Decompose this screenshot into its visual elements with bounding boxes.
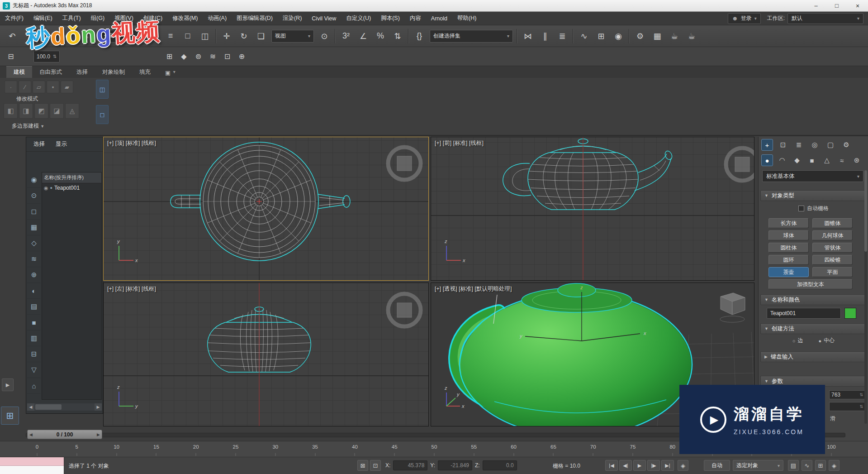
ribbon-tab-2[interactable]: 选择 — [69, 67, 95, 78]
rollout-creation-method[interactable]: ▼ 创建方法 — [760, 323, 865, 334]
ruler-tick-75[interactable]: 75 — [630, 444, 636, 450]
radius-spinner-partial[interactable]: 763 ⇅ — [829, 390, 865, 399]
sort-descending-icon[interactable]: ▽ — [27, 362, 41, 378]
segments-spinner-partial[interactable]: ⇅ — [829, 402, 865, 411]
menu-item-0[interactable]: 文件(F) — [0, 12, 28, 25]
edge-mode-icon[interactable]: ∕ — [19, 81, 31, 93]
snap-toggle-3d-icon[interactable]: 3² — [337, 28, 355, 45]
display-none-icon[interactable]: ⊙ — [27, 188, 41, 204]
viewport-left-label[interactable]: [+] [左] [标准] [线框] — [107, 285, 156, 293]
pin-explorer-icon[interactable]: ⌂ — [27, 378, 41, 394]
minimize-button[interactable]: – — [806, 0, 826, 11]
next-frame-nub[interactable]: ▶ — [97, 432, 100, 437]
viewport-front-label[interactable]: [+] [前] [标准] [线框] — [435, 139, 484, 147]
collapse-list-icon[interactable]: ⊟ — [27, 346, 41, 362]
percent-snap-icon[interactable]: % — [372, 28, 389, 45]
edit-named-selection-sets-icon[interactable]: {} — [411, 28, 428, 45]
viewport-top[interactable]: [+] [顶] [标准] [线框] — [103, 137, 429, 281]
element-mode-icon[interactable]: ▰ — [61, 81, 73, 93]
array-icon[interactable]: ⊞ — [162, 49, 176, 64]
systems-category-icon[interactable]: ⊛ — [851, 154, 863, 166]
ruler-tick-10[interactable]: 10 — [114, 444, 119, 450]
menu-item-13[interactable]: 内容 — [405, 12, 426, 25]
viewport-layout-button[interactable]: ⊞ — [1, 407, 19, 425]
explorer-sort-header[interactable]: 名称(按升序排序) — [42, 172, 101, 183]
menu-item-9[interactable]: 渲染(R) — [278, 12, 307, 25]
poly-tool-3-icon[interactable]: ◩ — [34, 103, 48, 119]
display-spacewarps-icon[interactable]: ≋ — [27, 251, 41, 267]
ribbon-tab-1[interactable]: 自由形式 — [32, 67, 69, 78]
menu-item-11[interactable]: 自定义(U) — [341, 12, 376, 25]
mirror-icon[interactable]: ⋈ — [519, 28, 536, 45]
coord-field-0[interactable]: 45.378 — [393, 460, 427, 470]
render-setup-icon[interactable]: ⚙ — [631, 28, 649, 45]
poly-tool-2-icon[interactable]: ◨ — [19, 103, 33, 119]
selection-lock-icon[interactable]: ⊠ — [357, 460, 368, 471]
rendered-frame-icon[interactable]: ▦ — [649, 28, 666, 45]
explorer-menu-0[interactable]: 选择 — [29, 139, 49, 149]
menu-item-7[interactable]: 动画(A) — [203, 12, 232, 25]
angle-snap-icon[interactable]: ∠ — [355, 28, 372, 45]
render-iterative-icon[interactable]: ☕ — [683, 28, 700, 45]
list-item-teapot[interactable]: ◉ ● Teapot001 — [42, 183, 101, 192]
object-type-button-0[interactable]: 长方体 — [768, 218, 809, 228]
window-crossing-icon[interactable]: ◫ — [196, 28, 213, 45]
object-type-button-1[interactable]: 圆锥体 — [812, 218, 853, 228]
menu-item-8[interactable]: 图形编辑器(D) — [232, 12, 278, 25]
time-configuration-icon[interactable]: ⊞ — [815, 460, 826, 471]
menu-item-10[interactable]: Civil View — [307, 12, 341, 25]
display-materials-icon[interactable]: ▤ — [27, 299, 41, 315]
ruler-tick-20[interactable]: 20 — [193, 444, 199, 450]
utilities-tab-icon[interactable]: ⚙ — [840, 139, 852, 151]
object-color-swatch[interactable] — [844, 308, 856, 319]
display-tab-icon[interactable]: ▢ — [825, 139, 836, 151]
autogrid-checkbox[interactable] — [798, 206, 804, 211]
center-snap-icon[interactable]: ⊕ — [234, 49, 249, 64]
next-frame-button[interactable]: |▶ — [647, 460, 660, 471]
auto-key-button[interactable]: 自动 — [704, 460, 730, 471]
panel-scrollbar[interactable] — [864, 170, 867, 424]
menu-item-14[interactable]: Arnold — [426, 12, 452, 25]
scroll-right-icon[interactable]: ▶ — [95, 403, 102, 411]
poly-tool-1-icon[interactable]: ◧ — [4, 103, 18, 119]
select-and-move-icon[interactable]: ✛ — [218, 28, 235, 45]
ruler-tick-50[interactable]: 50 — [432, 444, 437, 450]
mini-curve-editor-icon[interactable]: ∿ — [802, 460, 812, 471]
schematic-view-icon[interactable]: ⊞ — [593, 28, 610, 45]
helpers-category-icon[interactable]: △ — [821, 154, 833, 166]
border-mode-icon[interactable]: ▱ — [33, 81, 45, 93]
rollout-keyboard-entry[interactable]: ▶ 键盘输入 — [760, 351, 865, 362]
object-type-button-4[interactable]: 圆柱体 — [768, 243, 809, 253]
absolute-transform-icon[interactable]: ⊡ — [370, 460, 381, 471]
curve-editor-icon[interactable]: ∿ — [575, 28, 593, 45]
display-containers-icon[interactable]: ◐ — [27, 283, 41, 299]
spacewarp-toggle-icon[interactable]: ≋ — [205, 49, 220, 64]
select-and-rotate-icon[interactable]: ↻ — [235, 28, 252, 45]
time-slider-handle[interactable]: ◀ 0 / 100 ▶ — [27, 430, 102, 439]
coord-field-1[interactable]: -21.849 — [438, 460, 472, 470]
ruler-tick-25[interactable]: 25 — [233, 444, 239, 450]
ribbon-tab-0[interactable]: 建模 — [6, 66, 32, 78]
scroll-left-icon[interactable]: ◀ — [27, 403, 34, 411]
rollout-object-type[interactable]: ▼ 对象类型 — [760, 190, 865, 201]
use-pivot-center-icon[interactable]: ⊙ — [316, 28, 333, 45]
modify-tab-icon[interactable]: ⊡ — [777, 139, 789, 151]
object-type-button-7[interactable]: 四棱锥 — [812, 255, 853, 265]
display-influences-icon[interactable]: ◉ — [27, 172, 41, 188]
ruler-tick-55[interactable]: 55 — [471, 444, 477, 450]
rollout-name-and-color[interactable]: ▼ 名称和颜色 — [760, 294, 865, 305]
explorer-scrollbar[interactable]: ◀ ▶ — [27, 403, 102, 411]
select-and-scale-icon[interactable]: ❏ — [252, 28, 270, 45]
display-geometry-icon[interactable]: ▦ — [27, 220, 41, 235]
ruler-tick-80[interactable]: 80 — [669, 444, 675, 450]
set-key-target-dropdown[interactable]: 选定对象 ▾ — [733, 460, 783, 471]
primitive-category-dropdown[interactable]: 标准基本体 ▾ — [762, 170, 863, 182]
ruler-tick-45[interactable]: 45 — [392, 444, 398, 450]
create-tab-icon[interactable]: + — [761, 139, 773, 151]
object-type-button-10[interactable]: 加强型文本 — [768, 279, 853, 289]
display-shapes-icon[interactable]: ◻ — [27, 204, 41, 220]
menu-item-12[interactable]: 脚本(S) — [376, 12, 405, 25]
display-layers-icon[interactable]: ▥ — [27, 330, 41, 346]
motion-tab-icon[interactable]: ◎ — [809, 139, 821, 151]
ribbon-side-top-icon[interactable]: ◫ — [96, 80, 109, 99]
